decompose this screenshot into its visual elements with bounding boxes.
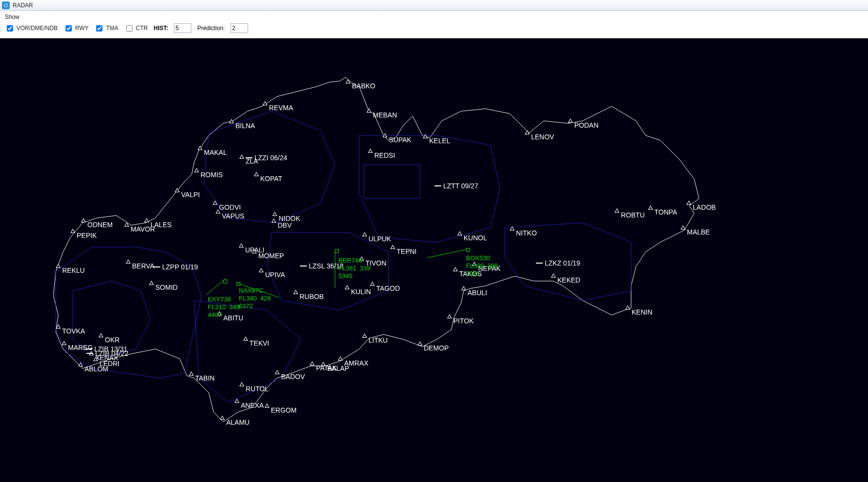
waypoint-symbol xyxy=(525,130,530,134)
waypoint-label: LENOV xyxy=(531,133,554,141)
waypoint-label: PEPIK xyxy=(77,232,97,239)
radar-scope[interactable]: BABKOREVMAMEBANBILNAPODANLENOVSUPAKKELEL… xyxy=(0,38,868,482)
runway-symbol xyxy=(536,263,543,264)
waypoint-symbol xyxy=(229,119,234,123)
prediction-spinner[interactable] xyxy=(231,23,248,33)
waypoint-label: OKR xyxy=(105,336,119,344)
waypoint-symbol xyxy=(271,218,276,223)
waypoint-symbol xyxy=(62,341,67,345)
rwy-checkbox-label[interactable]: RWY xyxy=(64,24,89,33)
waypoint-label: UPIVA xyxy=(265,271,285,279)
waypoint-label: PITOK xyxy=(453,317,474,325)
aircraft-symbol[interactable] xyxy=(335,249,339,253)
waypoint-symbol xyxy=(56,324,61,329)
waypoint-symbol xyxy=(362,232,367,236)
runway-label: LZPP 01/19 xyxy=(162,263,198,271)
toolbar: Show VOR/DME/NDB RWY TMA CTR HIST: Predi… xyxy=(0,11,868,38)
waypoint-label: BALAP xyxy=(327,365,349,372)
tma-checkbox-label[interactable]: TMA xyxy=(94,24,118,33)
runway-symbol xyxy=(246,157,252,158)
waypoint-symbol xyxy=(78,362,83,366)
tma-checkbox[interactable] xyxy=(96,25,102,32)
waypoint-label: ANEXA xyxy=(241,401,264,409)
waypoint-symbol xyxy=(220,416,225,420)
waypoint-symbol xyxy=(447,314,452,318)
waypoint-label: ROMIS xyxy=(200,171,223,179)
waypoint-label: KELEL xyxy=(429,137,451,145)
waypoint-symbol xyxy=(568,118,573,123)
waypoint-label: PODAN xyxy=(574,121,599,129)
waypoint-symbol xyxy=(213,200,217,205)
waypoint-symbol xyxy=(686,200,691,205)
waypoint-label: VAPUS xyxy=(222,212,244,220)
waypoint-symbol xyxy=(310,361,315,366)
aircraft-datablock[interactable]: BOX530 FL300 396 3281 xyxy=(466,254,498,278)
rwy-checkbox[interactable] xyxy=(66,25,72,32)
aircraft-symbol[interactable] xyxy=(223,280,227,283)
radar-window: RADAR Show VOR/DME/NDB RWY TMA CTR HIST: xyxy=(0,0,868,482)
runway-symbol xyxy=(434,185,441,186)
waypoint-label: MAKAL xyxy=(204,149,227,156)
aircraft-datablock[interactable]: BER746 FL361 339 5345 xyxy=(338,257,370,280)
vor-checkbox[interactable] xyxy=(7,25,13,32)
waypoint-label: GODVI xyxy=(219,203,241,211)
runway-symbol xyxy=(300,266,307,266)
waypoint-label: KOPAT xyxy=(260,175,282,183)
waypoint-symbol xyxy=(239,154,244,159)
waypoint-symbol xyxy=(239,382,244,386)
app-icon xyxy=(2,1,10,9)
aircraft-datablock[interactable]: EXY738 FL310 349 4407 xyxy=(208,296,240,319)
waypoint-label: MEBAN xyxy=(373,111,397,119)
runway-symbol xyxy=(85,349,92,349)
waypoint-symbol xyxy=(551,273,556,278)
waypoint-label: BABKO xyxy=(352,82,375,90)
waypoint-label: TEPNI xyxy=(397,248,417,255)
waypoint-label: KULIN xyxy=(351,288,371,296)
waypoint-symbol xyxy=(259,268,264,272)
waypoint-label: REKLU xyxy=(62,266,85,274)
aircraft-datablock[interactable]: NAX87C FL340 428 6372 xyxy=(239,287,271,310)
waypoint-label: KEKED xyxy=(557,276,580,284)
waypoint-symbol xyxy=(510,226,515,231)
waypoint-symbol xyxy=(56,264,61,268)
ctr-checkbox[interactable] xyxy=(126,25,133,32)
hist-spinner[interactable] xyxy=(174,23,191,33)
waypoint-label: TABIN xyxy=(195,374,215,382)
waypoint-label: REVMA xyxy=(269,104,293,112)
waypoint-label: TOVKA xyxy=(62,327,85,335)
waypoint-symbol xyxy=(383,133,387,137)
waypoint-symbol xyxy=(175,188,180,192)
waypoint-label: MAREG xyxy=(68,344,93,351)
prediction-label: Prediction: xyxy=(197,25,225,32)
waypoint-label: SOMID xyxy=(155,283,178,291)
waypoint-label: ODNEM xyxy=(87,221,113,229)
waypoint-label: BILNA xyxy=(235,122,255,130)
waypoint-label: ABLOM xyxy=(84,365,108,373)
waypoint-label: ABULI xyxy=(467,289,487,297)
waypoint-symbol xyxy=(275,370,280,374)
runway-label: LZIB 04/22 xyxy=(95,349,129,357)
waypoint-label: REDSI xyxy=(374,151,395,159)
ctr-checkbox-label[interactable]: CTR xyxy=(124,24,148,33)
waypoint-symbol xyxy=(457,231,462,235)
aircraft-symbol[interactable] xyxy=(466,248,470,252)
waypoint-label: LITKU xyxy=(368,336,388,344)
waypoint-label: NITKO xyxy=(516,229,537,237)
waypoint-symbol xyxy=(368,149,373,153)
waypoint-label: TAGOD xyxy=(376,284,400,292)
titlebar[interactable]: RADAR xyxy=(0,0,868,11)
aircraft-symbol[interactable] xyxy=(236,282,240,286)
waypoint-symbol xyxy=(625,305,630,310)
waypoint-symbol xyxy=(198,146,202,150)
waypoint-label: MALBE xyxy=(687,228,710,236)
waypoint-symbol xyxy=(345,285,350,289)
waypoint-symbol xyxy=(263,101,267,105)
waypoint-label: VALPI xyxy=(181,191,200,199)
waypoint-symbol xyxy=(243,336,248,341)
vor-checkbox-label[interactable]: VOR/DME/NDB xyxy=(5,24,58,33)
waypoint-label: SUPAK xyxy=(389,136,411,144)
runway-label: LZTT 09/27 xyxy=(443,182,478,190)
runway-symbol xyxy=(153,266,160,267)
show-group-label: Show xyxy=(5,14,863,20)
waypoint-symbol xyxy=(239,243,244,248)
